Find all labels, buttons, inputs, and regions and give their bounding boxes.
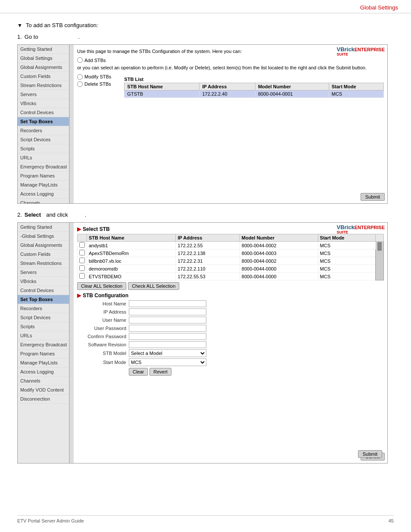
clear-all-button[interactable]: Clear ALL Selection	[77, 282, 126, 290]
r5-mode: MCS	[318, 273, 375, 280]
row1-checkbox[interactable]	[79, 242, 85, 248]
table-row[interactable]: GTSTB 172.22.2.40 8000-0044-0001 MCS	[125, 90, 384, 97]
sidebar-item-servers[interactable]: Servers	[18, 90, 69, 99]
p2-sidebar-item-script-devices[interactable]: Script Devices	[18, 313, 69, 322]
table-row[interactable]: ETVSTBDEMO 172.22.55.53 8000-0044-0000 M…	[78, 273, 384, 280]
sidebar-item-global-settings[interactable]: Global Settings	[18, 54, 69, 63]
sidebar-item-stream-restrictions[interactable]: Stream Restrictions	[18, 81, 69, 90]
sidebar-item-manage-playlists[interactable]: Manage PlayLists	[18, 180, 69, 190]
sidebar-item-custom-fields[interactable]: Custom Fields	[18, 72, 69, 81]
panel1-description: Use this page to manage the STBs Configu…	[77, 48, 370, 55]
panel2-submit-button[interactable]: Submit	[358, 450, 382, 458]
panel2: Getting Started -Global Settings Global …	[17, 222, 388, 464]
p2-sidebar-item-global-settings[interactable]: -Global Settings	[18, 232, 69, 241]
host-name-input[interactable]	[129, 300, 206, 307]
sidebar-item-control-devices[interactable]: Control Devices	[18, 108, 69, 117]
add-stbs-radio[interactable]: Add STBs	[77, 57, 384, 63]
sidebar-item-global-assignments[interactable]: Global Assignments	[18, 63, 69, 72]
panel1-scrollbar[interactable]	[69, 45, 74, 203]
r1-mode: MCS	[318, 242, 375, 249]
panel2-bottom-buttons: Submit Cancel	[361, 453, 385, 460]
table-row[interactable]: andystb1 172.22.2.55 8000-0044-0002 MCS	[78, 242, 384, 249]
col-check	[78, 234, 87, 242]
software-revision-input[interactable]	[129, 341, 206, 348]
sidebar-item-recorders[interactable]: Recorders	[18, 126, 69, 135]
r1-host: andystb1	[87, 242, 176, 249]
p2-sidebar-item-recorders[interactable]: Recorders	[18, 304, 69, 313]
table-row[interactable]: ApexSTBDemoRm 172.22.2.138 8000-0044-000…	[78, 249, 384, 257]
sidebar-item-script-devices[interactable]: Script Devices	[18, 135, 69, 144]
check-all-button[interactable]: Check ALL Selection	[128, 282, 179, 290]
modify-stbs-label: Modify STBs	[84, 74, 111, 79]
step2-suffix: .	[72, 212, 87, 218]
p2-sidebar-item-scripts[interactable]: Scripts	[18, 322, 69, 331]
step2-and-click: and click	[46, 212, 68, 218]
sidebar-item-emergency-broadcast[interactable]: Emergency Broadcast	[18, 162, 69, 171]
confirm-password-label: Confirm Password	[81, 334, 129, 339]
clear-button[interactable]: Clear	[129, 368, 148, 376]
user-password-input[interactable]	[129, 325, 206, 332]
sidebar-item-access-logging[interactable]: Access Logging	[18, 190, 69, 199]
p2-sidebar-item-control-devices[interactable]: Control Devices	[18, 286, 69, 295]
sidebar-item-vbricks[interactable]: VBricks	[18, 99, 69, 108]
arrow-right-icon: ▶	[77, 226, 81, 232]
p2-sidebar-item-modify-vod[interactable]: Modify VOD Content	[18, 386, 69, 395]
p2-sidebar-item-emergency-broadcast[interactable]: Emergency Broadcast	[18, 340, 69, 349]
p2-sidebar-item-set-top-boxes[interactable]: Set Top Boxes	[18, 295, 69, 304]
p2-sidebar-item-custom-fields[interactable]: Custom Fields	[18, 250, 69, 259]
delete-stbs-radio-input[interactable]	[77, 81, 83, 87]
sidebar-item-urls[interactable]: URLs	[18, 153, 69, 162]
p2-sidebar-item-stream-restrictions[interactable]: Stream Restrictions	[18, 259, 69, 268]
sidebar-item-channels[interactable]: Channels	[18, 199, 69, 203]
p2-sidebar-item-disconnection[interactable]: Disconnection	[18, 395, 69, 404]
user-password-label: User Password	[81, 326, 129, 331]
p2-sidebar-item-getting-started[interactable]: Getting Started	[18, 223, 69, 232]
sidebar-item-program-names[interactable]: Program Names	[18, 171, 69, 180]
table-row[interactable]: demoroomstb 172.22.2.110 8000-0044-0000 …	[78, 265, 384, 273]
select-stb-label: Select STB	[83, 226, 110, 232]
p2-logo-main: VBrick	[337, 224, 355, 230]
cell-ip: 172.22.2.40	[199, 90, 255, 97]
user-name-input[interactable]	[129, 317, 206, 324]
footer-left: ETV Portal Server Admin Guide	[17, 518, 84, 523]
p2-sidebar-item-global-assignments[interactable]: Global Assignments	[18, 241, 69, 250]
stb-config-header: ▶ STB Configuration	[77, 292, 384, 299]
add-stbs-radio-input[interactable]	[77, 57, 83, 63]
p2-sidebar-item-urls[interactable]: URLs	[18, 331, 69, 340]
p2-sidebar-item-vbricks[interactable]: VBricks	[18, 277, 69, 286]
stb-list-title: STB List	[124, 77, 384, 82]
r5-host: ETVSTBDEMO	[87, 273, 176, 280]
p2-sidebar-item-access-logging[interactable]: Access Logging	[18, 367, 69, 376]
row3-checkbox[interactable]	[79, 258, 85, 263]
start-mode-select[interactable]: MCS	[129, 358, 206, 366]
p2-sidebar-item-program-names[interactable]: Program Names	[18, 349, 69, 358]
row2-checkbox[interactable]	[79, 250, 85, 255]
sidebar-item-set-top-boxes[interactable]: Set Top Boxes	[18, 117, 69, 126]
table-row[interactable]: billbnb07.vb.loc 172.22.2.31 8000-0044-0…	[78, 257, 384, 265]
modify-stbs-radio[interactable]: Modify STBs	[77, 74, 111, 80]
delete-stbs-radio[interactable]: Delete STBs	[77, 81, 111, 87]
panel1-sidebar: Getting Started Global Settings Global A…	[18, 45, 69, 203]
step1-suffix: .	[41, 34, 80, 40]
r2-ip: 172.22.2.138	[176, 249, 240, 257]
clear-revert-buttons: Clear Revert	[129, 368, 384, 376]
r4-ip: 172.22.2.110	[176, 265, 240, 273]
sidebar-item-getting-started[interactable]: Getting Started	[18, 45, 69, 54]
panel1-submit-button[interactable]: Submit	[361, 193, 385, 201]
panel2-scrollbar[interactable]	[69, 223, 74, 463]
p2-sidebar-item-manage-playlists[interactable]: Manage PlayLists	[18, 358, 69, 367]
r5-model: 8000-0044-0000	[240, 273, 318, 280]
r2-model: 8000-0044-0003	[240, 249, 318, 257]
row5-checkbox[interactable]	[79, 273, 85, 279]
col-host-name: STB Host Name	[125, 83, 199, 90]
p2-sidebar-item-servers[interactable]: Servers	[18, 268, 69, 277]
list-scrollbar[interactable]	[376, 242, 384, 280]
confirm-password-input[interactable]	[129, 333, 206, 340]
modify-stbs-radio-input[interactable]	[77, 74, 83, 80]
sidebar-item-scripts[interactable]: Scripts	[18, 144, 69, 153]
p2-sidebar-item-channels[interactable]: Channels	[18, 376, 69, 386]
ip-address-input[interactable]	[129, 308, 206, 315]
revert-button[interactable]: Revert	[149, 368, 171, 376]
row4-checkbox[interactable]	[79, 265, 85, 271]
stb-model-select[interactable]: Select a Model	[129, 349, 206, 357]
